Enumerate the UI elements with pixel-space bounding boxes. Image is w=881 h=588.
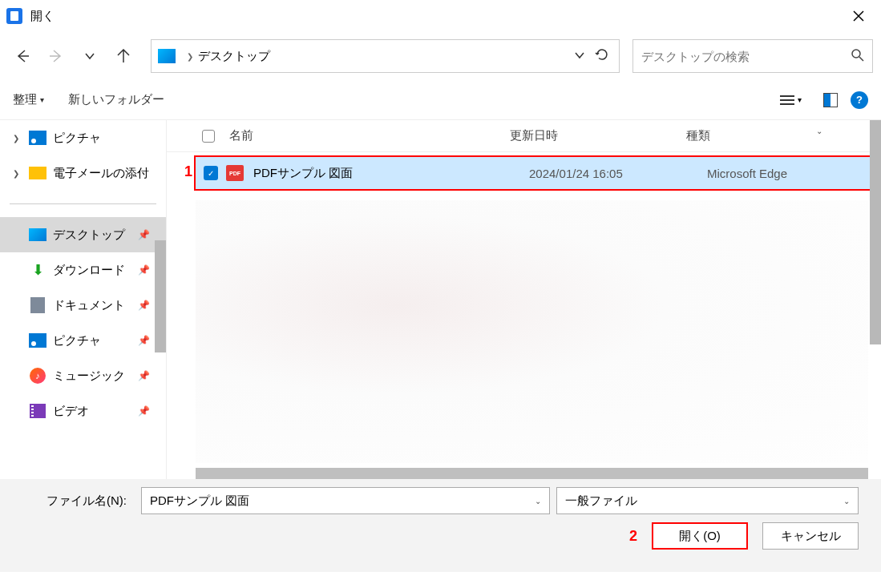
nav-bar: ❯ デスクトップ	[0, 32, 881, 80]
filename-value: PDFサンプル 図面	[150, 493, 535, 509]
sidebar-label: ドキュメント	[53, 298, 125, 313]
column-headers: 名前 更新日時 種類	[167, 120, 881, 152]
recent-dropdown[interactable]	[75, 42, 104, 70]
title-bar: 開く	[0, 0, 881, 32]
pin-icon: 📌	[138, 370, 150, 381]
annotation-marker-1: 1	[184, 163, 192, 180]
pin-icon: 📌	[138, 300, 150, 311]
sort-indicator-icon: ⌄	[816, 127, 822, 135]
organize-label: 整理	[13, 92, 37, 107]
download-icon: ⬇	[29, 263, 46, 277]
path-chevron-icon: ❯	[187, 52, 193, 61]
sidebar-label: デスクトップ	[53, 228, 125, 243]
arrow-up-icon	[116, 49, 131, 63]
sidebar-scrollbar[interactable]	[155, 240, 166, 352]
chevron-down-icon[interactable]: ⌄	[843, 497, 850, 505]
up-button[interactable]	[109, 42, 138, 70]
file-name: PDFサンプル 図面	[253, 166, 529, 181]
column-type[interactable]: 種類	[686, 128, 881, 143]
pin-icon: 📌	[138, 264, 150, 276]
sidebar: ❯ピクチャ ❯電子メールの添付 デスクトップ📌 ⬇ダウンロード📌 ドキュメント📌…	[0, 120, 167, 479]
caret-down-icon: ▾	[40, 95, 44, 104]
search-icon	[851, 49, 864, 64]
vertical-scrollbar[interactable]	[870, 120, 881, 344]
sidebar-label: ピクチャ	[53, 333, 101, 348]
bottom-panel: ファイル名(N): PDFサンプル 図面 ⌄ 一般ファイル ⌄ 2 開く(O) …	[0, 479, 881, 572]
chevron-down-icon[interactable]: ⌄	[535, 497, 541, 505]
arrow-left-icon	[15, 49, 30, 63]
caret-down-icon: ▾	[798, 95, 802, 104]
main-area: ❯ピクチャ ❯電子メールの添付 デスクトップ📌 ⬇ダウンロード📌 ドキュメント📌…	[0, 120, 881, 479]
music-icon: ♪	[30, 368, 46, 384]
dialog-title: 開く	[30, 9, 843, 24]
file-type: Microsoft Edge	[707, 167, 787, 180]
sidebar-item-desktop[interactable]: デスクトップ📌	[0, 217, 166, 252]
annotation-marker-2: 2	[629, 528, 637, 545]
desktop-icon	[158, 49, 176, 63]
preview-icon	[823, 93, 838, 107]
search-bar[interactable]	[632, 39, 873, 73]
file-list-area: 名前 更新日時 種類 ⌄ 1 ✓ PDF PDFサンプル 図面 2024/01/…	[167, 120, 881, 479]
expand-icon[interactable]: ❯	[13, 169, 22, 178]
view-menu[interactable]: ▾	[778, 95, 802, 105]
new-folder-button[interactable]: 新しいフォルダー	[68, 92, 164, 107]
new-folder-label: 新しいフォルダー	[68, 92, 164, 107]
pdf-icon: PDF	[226, 165, 244, 181]
preview-pane-toggle[interactable]	[818, 93, 843, 107]
chevron-down-icon	[574, 50, 585, 61]
pictures-icon	[29, 131, 46, 145]
address-dropdown[interactable]	[568, 50, 592, 63]
pictures-icon	[29, 333, 46, 348]
sidebar-label: ビデオ	[53, 404, 89, 419]
arrow-right-icon	[49, 49, 63, 63]
sidebar-item-email-attachments[interactable]: ❯電子メールの添付	[0, 155, 166, 191]
close-button[interactable]	[843, 0, 875, 32]
back-button[interactable]	[8, 42, 37, 70]
column-date[interactable]: 更新日時	[510, 128, 686, 143]
sidebar-item-downloads[interactable]: ⬇ダウンロード📌	[0, 252, 166, 288]
sidebar-label: ダウンロード	[53, 263, 125, 278]
chevron-down-icon	[84, 50, 95, 62]
file-row-selected[interactable]: ✓ PDF PDFサンプル 図面 2024/01/24 16:05 Micros…	[194, 155, 878, 191]
video-icon	[30, 404, 46, 418]
sidebar-label: ミュージック	[53, 369, 125, 384]
open-button[interactable]: 開く(O)	[652, 522, 748, 550]
list-view-icon	[780, 95, 794, 105]
sidebar-item-documents[interactable]: ドキュメント📌	[0, 288, 166, 323]
filename-combobox[interactable]: PDFサンプル 図面 ⌄	[141, 487, 550, 514]
pin-icon: 📌	[138, 405, 150, 417]
pin-icon: 📌	[138, 229, 150, 240]
svg-point-0	[852, 50, 860, 58]
search-input[interactable]	[641, 50, 851, 63]
sidebar-label: ピクチャ	[53, 131, 101, 146]
sidebar-item-music[interactable]: ♪ミュージック📌	[0, 358, 166, 393]
toolbar: 整理▾ 新しいフォルダー ▾ ?	[0, 80, 881, 120]
sidebar-divider	[10, 203, 156, 204]
cancel-button[interactable]: キャンセル	[762, 522, 859, 550]
sidebar-item-pictures[interactable]: ❯ピクチャ	[0, 120, 166, 155]
filter-value: 一般ファイル	[565, 493, 843, 509]
row-checkbox-checked[interactable]: ✓	[204, 166, 218, 180]
refresh-button[interactable]	[592, 47, 612, 66]
address-bar[interactable]: ❯ デスクトップ	[151, 39, 620, 73]
refresh-icon	[595, 47, 609, 62]
horizontal-scrollbar[interactable]	[196, 468, 868, 479]
column-name[interactable]: 名前	[229, 128, 510, 143]
sidebar-item-videos[interactable]: ビデオ📌	[0, 393, 166, 429]
filename-label: ファイル名(N):	[22, 493, 127, 509]
desktop-icon	[29, 228, 46, 241]
help-button[interactable]: ?	[851, 91, 868, 109]
sidebar-item-pictures-2[interactable]: ピクチャ📌	[0, 323, 166, 358]
file-date: 2024/01/24 16:05	[529, 167, 707, 180]
pin-icon: 📌	[138, 335, 150, 346]
blurred-content	[196, 200, 868, 463]
address-path: デスクトップ	[198, 49, 568, 64]
organize-menu[interactable]: 整理▾	[13, 92, 44, 107]
select-all-checkbox[interactable]	[202, 130, 215, 143]
file-filter-combobox[interactable]: 一般ファイル ⌄	[556, 487, 859, 514]
folder-icon	[29, 167, 46, 179]
document-icon	[30, 297, 45, 313]
expand-icon[interactable]: ❯	[13, 134, 22, 143]
app-icon	[6, 8, 22, 24]
forward-button[interactable]	[42, 42, 71, 70]
